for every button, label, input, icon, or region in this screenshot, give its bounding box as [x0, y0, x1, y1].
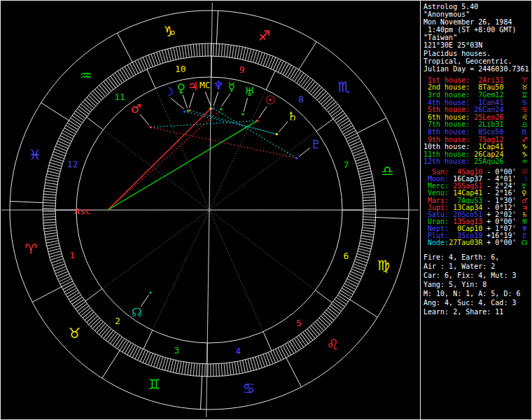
pluto-glyph-icon: ♇ — [311, 137, 321, 151]
astrolog-window: ♈♉♊♋♌♍♎♏♐♑♒♓123456789101112♇♄☉♅☿♆MC♃♀☽♂☊… — [0, 0, 532, 420]
wheel-svg: ♈♉♊♋♌♍♎♏♐♑♒♓123456789101112♇♄☉♅☿♆MC♃♀☽♂☊… — [1, 1, 420, 419]
house-cusp-list: 1st house: 2Ari31♈ 2nd house: 8Tau50♉ 3r… — [424, 77, 531, 166]
libra-sign-icon: ♎ — [382, 162, 394, 179]
venus-point — [187, 110, 189, 112]
house-number: 10 — [175, 64, 186, 74]
moon-point — [183, 111, 186, 113]
stats-line: Fire: 4, Earth: 6, — [424, 253, 531, 262]
saturn-point — [276, 133, 278, 135]
element-tally: Fire: 4, Earth: 6,Air : 1, Water: 2Car: … — [424, 253, 531, 316]
stats-line: M: 10, N: 1, A: 5, D: 6 — [424, 289, 531, 298]
stats-line: Air : 1, Water: 2 — [424, 262, 531, 271]
neptune-point — [212, 108, 214, 110]
cancer-sign-icon: ♋ — [242, 380, 255, 397]
wheel-chart: ♈♉♊♋♌♍♎♏♐♑♒♓123456789101112♇♄☉♅☿♆MC♃♀☽♂☊… — [1, 1, 420, 419]
aquarius-sign-icon: ♒ — [80, 67, 92, 84]
header-line: Mon November 26, 1984 — [424, 18, 531, 26]
mars-point — [150, 126, 152, 128]
node-point — [149, 292, 151, 294]
house-number: 4 — [235, 346, 241, 356]
aries-sign-icon: ♈ — [24, 241, 37, 258]
info-panel: Astrolog 5.40"Anonymous"Mon November 26,… — [420, 1, 531, 419]
saturn-glyph-icon: ♄ — [287, 109, 298, 123]
header-line: Julian Day = 2446030.7361 — [424, 65, 531, 73]
scorpio-sign-icon: ♏ — [338, 78, 351, 95]
chart-header: Astrolog 5.40"Anonymous"Mon November 26,… — [424, 3, 531, 73]
node-icon: ☊ — [522, 239, 528, 246]
header-line: "Anonymous" — [424, 10, 531, 18]
sagittarius-sign-icon: ♐ — [258, 27, 271, 44]
uranus-point — [241, 113, 244, 115]
moon-glyph-icon: ☽ — [163, 85, 174, 99]
mercury-point — [220, 108, 222, 110]
stats-line: Yang: 5, Yin: 8 — [424, 280, 531, 289]
house-number: 8 — [298, 94, 304, 104]
header-line: Astrolog 5.40 — [424, 3, 531, 10]
header-line: 1:40pm (ST +8:00 GMT) — [424, 26, 531, 34]
planet-glyphs: ♇♄☉♅☿♆MC♃♀☽♂☊ — [130, 78, 321, 320]
house-number: 6 — [343, 251, 349, 261]
asc-label-group: Asc — [74, 206, 90, 216]
header-line: Tropical, Geocentric. — [424, 57, 531, 65]
stats-line: Car: 6, Fix: 4, Mut: 3 — [424, 271, 531, 280]
planet-row: Node:27Tau03R + 0°00'☊ — [424, 239, 531, 246]
house-number: 7 — [344, 160, 349, 170]
venus-glyph-icon: ♀ — [177, 81, 186, 95]
aquarius-icon: ♒ — [522, 158, 528, 166]
sun-glyph-icon: ☉ — [265, 93, 275, 107]
virgo-sign-icon: ♍ — [377, 257, 390, 274]
house-number: 2 — [115, 316, 120, 326]
jupiter-point — [189, 109, 191, 111]
header-line: Placidus houses. — [424, 50, 531, 57]
mercury-glyph-icon: ☿ — [228, 80, 235, 94]
node-glyph-icon: ☊ — [132, 305, 142, 319]
stats-line: Learn: 2, Share: 11 — [424, 307, 531, 316]
capricorn-sign-icon: ♑ — [164, 23, 176, 40]
taurus-sign-icon: ♉ — [69, 325, 81, 342]
jupiter-glyph-icon: ♃ — [188, 79, 198, 93]
neptune-glyph-icon: ♆ — [214, 78, 224, 92]
sun-point — [256, 120, 258, 122]
uranus-glyph-icon: ♅ — [244, 85, 255, 99]
house-number: 1 — [69, 250, 75, 260]
header-line: "Taiwan" — [424, 34, 531, 41]
pisces-sign-icon: ♓ — [29, 146, 41, 163]
leo-sign-icon: ♌ — [326, 336, 339, 353]
stats-line: Ang: 4, Suc: 4, Cad: 3 — [424, 298, 531, 307]
pluto-point — [295, 157, 298, 159]
mc-label: MC — [200, 80, 211, 90]
house-number: 9 — [239, 64, 245, 75]
house-row: 12th house: 25Aqu26♒ — [424, 158, 531, 166]
ascendant-label: Asc — [74, 206, 90, 216]
house-number: 12 — [67, 159, 78, 169]
scorpio-icon: ♏ — [522, 129, 528, 136]
mc-point — [210, 108, 212, 110]
house-number: 5 — [296, 318, 302, 328]
aspect-lines — [108, 108, 297, 210]
planet-position-list: Sun: 4Sag10 - 0°00'☉ Moon: 16Cap37 - 4°0… — [424, 169, 531, 247]
gemini-sign-icon: ♊ — [148, 376, 160, 393]
house-number: 11 — [114, 92, 125, 102]
house-number: 3 — [174, 345, 179, 356]
mars-glyph-icon: ♂ — [130, 102, 141, 115]
header-line: 121°30E 25°03N — [424, 41, 531, 49]
